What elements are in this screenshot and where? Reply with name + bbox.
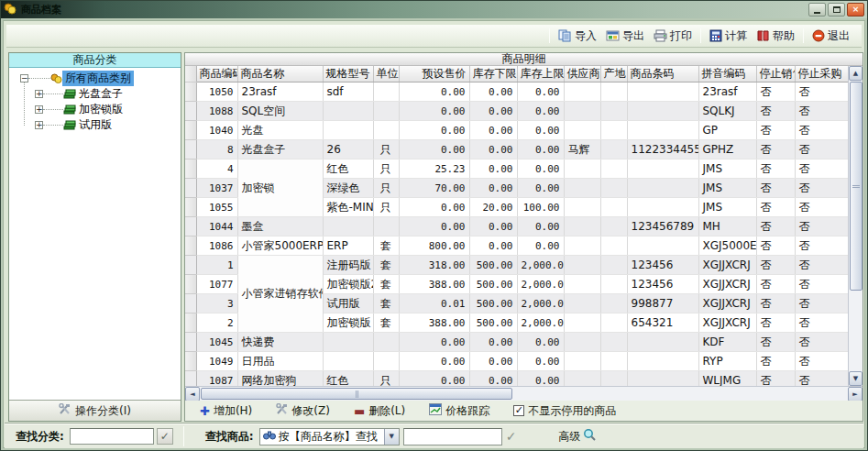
- row-indicator: [185, 352, 196, 371]
- table-row[interactable]: 1088SQL空间0.000.000.00SQLKJ否否: [185, 102, 848, 121]
- cell-origin: [600, 179, 627, 198]
- cell-stop_sale: 否: [756, 352, 795, 371]
- cell-origin: [600, 102, 627, 121]
- horizontal-scroll-thumb[interactable]: [201, 388, 512, 400]
- chevron-down-icon[interactable]: ▼: [384, 429, 399, 445]
- add-button-label: 增加(H): [214, 403, 252, 419]
- column-header[interactable]: 商品编码: [196, 66, 237, 82]
- toolbar-button-calc[interactable]: 计算: [705, 27, 752, 46]
- advanced-search-button[interactable]: 高级: [558, 428, 597, 445]
- vertical-scrollbar[interactable]: ▲ ▼: [848, 66, 863, 386]
- tree-root-item[interactable]: −所有商品类别: [9, 71, 181, 86]
- cell-stop_sale: 否: [756, 256, 795, 275]
- expand-icon[interactable]: +: [35, 105, 43, 114]
- column-header[interactable]: 库存上限: [517, 66, 564, 82]
- maximize-button[interactable]: [828, 3, 845, 16]
- toolbar-button-import[interactable]: 导入: [554, 27, 601, 46]
- table-row[interactable]: 1045快递费0.000.000.00KDF否否: [185, 333, 848, 352]
- scroll-up-button[interactable]: ▲: [849, 66, 863, 81]
- table-row[interactable]: 1049日用品0.000.000.00RYP否否: [185, 352, 848, 371]
- toolbar-button-help[interactable]: 帮助: [752, 27, 799, 46]
- close-button[interactable]: ×: [847, 3, 864, 16]
- price-track-button[interactable]: 价格跟踪: [429, 403, 489, 419]
- cell-unit: 只: [373, 179, 399, 198]
- column-header[interactable]: 预设售价: [399, 66, 469, 82]
- minimize-button[interactable]: [808, 3, 826, 16]
- cell-stop_buy: 否: [795, 352, 848, 371]
- column-header[interactable]: 产地: [600, 66, 627, 82]
- toolbar-button-print[interactable]: 打印: [649, 27, 697, 46]
- checkbox-checked-icon[interactable]: ✓: [513, 405, 524, 416]
- tree-item[interactable]: +加密锁版: [9, 102, 181, 117]
- horizontal-scroll-track[interactable]: [512, 387, 848, 401]
- cell-unit: 套: [373, 314, 399, 333]
- column-header[interactable]: 停止采购: [795, 66, 848, 82]
- toolbar-button-exit[interactable]: 退出: [808, 27, 854, 46]
- cell-origin: [600, 121, 627, 140]
- search-mode-select[interactable]: 按【商品名称】查找 ▼: [259, 428, 400, 446]
- cell-price: 0.00: [399, 217, 469, 236]
- toolbar-separator: [700, 28, 701, 43]
- cell-price: 0.01: [399, 294, 469, 314]
- cell-barcode: [627, 102, 698, 121]
- cell-unit: 套: [373, 294, 399, 314]
- horizontal-scrollbar[interactable]: ◄ ►: [185, 386, 863, 401]
- cell-stop_sale: 否: [756, 333, 795, 352]
- cell-stop_sale: 否: [756, 82, 795, 102]
- advanced-search-label: 高级: [558, 429, 580, 445]
- cell-max: 0.00: [517, 179, 564, 198]
- table-row[interactable]: 1086小管家5000ERPERP套800.000.000.00XGJ5000E…: [185, 236, 848, 256]
- row-indicator: [185, 275, 196, 294]
- column-header[interactable]: 商品名称: [237, 66, 323, 82]
- cell-code: 1037: [196, 179, 237, 198]
- delete-button[interactable]: ▬ 删除(L): [354, 403, 405, 419]
- collapse-icon[interactable]: −: [20, 74, 28, 82]
- cell-origin: [600, 140, 627, 160]
- column-header[interactable]: 单位: [373, 66, 399, 82]
- search-category-input[interactable]: [70, 428, 154, 445]
- cell-origin: [600, 352, 627, 371]
- scroll-right-button[interactable]: ►: [848, 387, 863, 402]
- cell-code: 1086: [196, 236, 237, 256]
- search-category-confirm-button[interactable]: ✓: [157, 428, 173, 445]
- cell-price: 0.00: [399, 140, 469, 160]
- scroll-left-button[interactable]: ◄: [185, 387, 200, 402]
- tree-root-label: 所有商品类别: [62, 71, 134, 86]
- cell-pinyin: XGJJXCRJ: [698, 256, 756, 275]
- column-header[interactable]: 供应商: [564, 66, 600, 82]
- column-header[interactable]: 库存下限: [469, 66, 517, 82]
- vertical-scroll-thumb[interactable]: [850, 82, 863, 291]
- table-row[interactable]: 1040光盘0.000.000.00GP否否: [185, 121, 848, 140]
- table-row[interactable]: 1087网络加密狗红色只0.000.000.00WLJMG否否: [185, 371, 848, 387]
- tree-item[interactable]: +试用版: [9, 117, 181, 133]
- table-row[interactable]: 1044墨盒0.000.000.00123456789MH否否: [185, 217, 848, 236]
- add-button[interactable]: ✚ 增加(H): [200, 403, 252, 419]
- column-header[interactable]: 拼音编码: [698, 66, 756, 82]
- table-row[interactable]: 8光盘盒子26只0.000.000.00马辉112233445566GPHZ否否: [185, 140, 848, 160]
- expand-icon[interactable]: +: [35, 90, 43, 98]
- column-header[interactable]: 停止销售: [756, 66, 795, 82]
- product-table: 商品编码商品名称规格型号单位预设售价库存下限库存上限供应商产地商品条码拼音编码停…: [185, 66, 848, 386]
- tree-item[interactable]: +光盘盒子: [9, 86, 181, 102]
- cell-barcode: 998877: [627, 294, 698, 314]
- search-product-confirm-icon[interactable]: ✓: [506, 429, 517, 444]
- manage-category-button[interactable]: 操作分类(I): [9, 400, 181, 421]
- column-header[interactable]: 规格型号: [323, 66, 373, 82]
- modify-button[interactable]: 修改(Z): [276, 403, 330, 419]
- vertical-scroll-track[interactable]: [849, 291, 863, 371]
- scroll-down-button[interactable]: ▼: [849, 371, 863, 386]
- search-product-input[interactable]: [403, 428, 502, 446]
- cell-stop_buy: 否: [795, 121, 848, 140]
- hide-disabled-toggle[interactable]: ✓ 不显示停用的商品: [513, 403, 616, 419]
- toolbar-label: 退出: [828, 28, 850, 44]
- price-chart-icon: [429, 403, 442, 418]
- table-row[interactable]: 105023rasfsdf0.000.000.0023rasf否否: [185, 82, 848, 102]
- cell-spec: 加密锁版2: [323, 275, 373, 294]
- cell-stop_buy: 否: [795, 236, 848, 256]
- column-header[interactable]: 商品条码: [627, 66, 698, 82]
- table-row[interactable]: 1小管家进销存软件注册码版套318.00500.002,000.00123456…: [185, 256, 848, 275]
- table-row[interactable]: 4加密锁红色只25.230.000.00JMS否否: [185, 160, 848, 179]
- expand-icon[interactable]: +: [35, 121, 43, 129]
- cell-barcode: 123456: [627, 256, 698, 275]
- toolbar-button-export[interactable]: 导出: [601, 27, 649, 46]
